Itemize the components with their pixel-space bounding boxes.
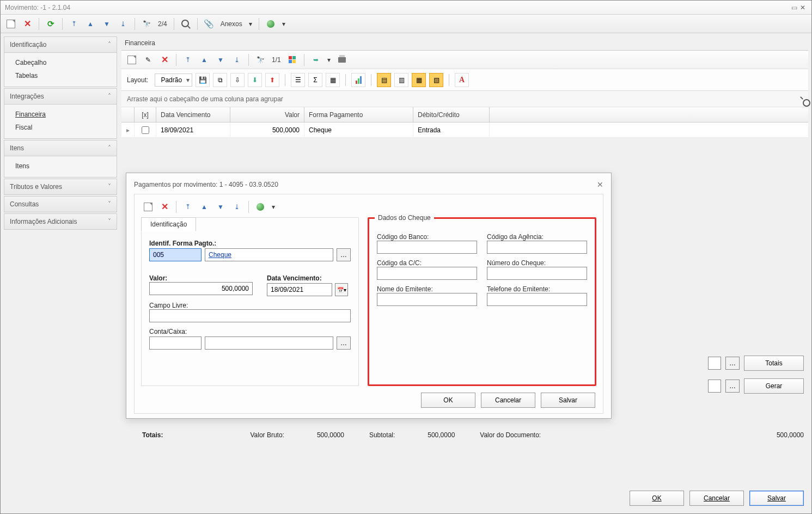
- attachments-label[interactable]: Anexos: [218, 20, 245, 28]
- view-mode-2-button[interactable]: ▥: [394, 73, 408, 87]
- zoom-button[interactable]: [179, 17, 193, 31]
- behind-ellipsis-2[interactable]: …: [725, 380, 740, 393]
- layout-group-button[interactable]: ▦: [326, 73, 340, 87]
- globe-dropdown-icon[interactable]: ▾: [280, 20, 288, 28]
- dlg-last-button[interactable]: ⤓: [230, 200, 244, 214]
- accordion-tributos[interactable]: Tributos e Valores˅: [4, 179, 117, 195]
- nav-next-button[interactable]: ▼: [100, 17, 114, 31]
- sub-edit-button[interactable]: ✎: [141, 53, 155, 67]
- attach-button[interactable]: 📎: [202, 17, 216, 31]
- attachments-dropdown-icon[interactable]: ▾: [247, 20, 254, 28]
- behind-field-1[interactable]: [708, 357, 721, 370]
- sub-find-button[interactable]: 🔭: [253, 53, 267, 67]
- codcc-input[interactable]: [377, 267, 477, 280]
- contacaixa-code-input[interactable]: [149, 336, 202, 350]
- dlg-new-button[interactable]: [141, 200, 155, 214]
- layout-dropdown[interactable]: Padrão: [155, 74, 192, 87]
- sub-export-button[interactable]: ➥: [309, 53, 323, 67]
- layout-export-up-button[interactable]: ⬆: [265, 73, 279, 87]
- refresh-button[interactable]: ⟳: [44, 17, 58, 31]
- nav-last-button[interactable]: ⤓: [116, 17, 130, 31]
- view-mode-4-button[interactable]: ▧: [429, 73, 443, 87]
- view-mode-1-button[interactable]: ▤: [377, 73, 391, 87]
- dialog-ok-button[interactable]: OK: [421, 393, 475, 408]
- ident-code-input[interactable]: [149, 248, 202, 261]
- sidebar-item-itens[interactable]: Itens: [4, 160, 117, 173]
- col-data-vencimento[interactable]: Data Vencimento: [156, 107, 230, 122]
- sub-grid-button[interactable]: [285, 53, 300, 67]
- accordion-info-adicionais[interactable]: Informações Adicionais˅: [4, 213, 117, 230]
- tab-identificacao[interactable]: Identificação: [141, 217, 196, 231]
- dlg-next-button[interactable]: ▼: [213, 200, 228, 214]
- behind-ellipsis-1[interactable]: …: [725, 357, 740, 370]
- campolivre-input[interactable]: [149, 309, 351, 322]
- sub-export-dd-icon[interactable]: ▾: [325, 56, 333, 64]
- contacaixa-desc-input[interactable]: [205, 336, 333, 350]
- layout-chart-button[interactable]: [351, 73, 365, 87]
- layout-import-button[interactable]: ⇩: [230, 73, 245, 87]
- find-button[interactable]: 🔭: [139, 17, 154, 31]
- dlg-delete-button[interactable]: ✕: [157, 200, 172, 214]
- ident-link-input[interactable]: [205, 248, 333, 261]
- col-checkbox[interactable]: [x]: [135, 107, 156, 122]
- layout-export-down-button[interactable]: ⬇: [248, 73, 262, 87]
- valor-input[interactable]: [149, 282, 253, 295]
- sub-new-button[interactable]: [125, 53, 139, 67]
- codagencia-input[interactable]: [487, 241, 587, 254]
- bottom-ok-button[interactable]: OK: [630, 491, 684, 506]
- layout-sum-button[interactable]: Σ: [308, 73, 322, 87]
- group-by-bar[interactable]: Arraste aqui o cabeçalho de uma coluna p…: [121, 91, 808, 107]
- nav-prev-button[interactable]: ▲: [83, 17, 97, 31]
- dlg-first-button[interactable]: ⤒: [181, 200, 195, 214]
- bottom-save-button[interactable]: Salvar: [749, 491, 804, 506]
- sub-next-button[interactable]: ▼: [213, 53, 228, 67]
- dataven-input[interactable]: [267, 283, 332, 296]
- window-close-icon[interactable]: ✕: [798, 4, 807, 11]
- dlg-prev-button[interactable]: ▲: [197, 200, 211, 214]
- sub-print-button[interactable]: [335, 53, 349, 67]
- accordion-consultas[interactable]: Consultas˅: [4, 196, 117, 212]
- ident-lookup-button[interactable]: …: [337, 248, 351, 261]
- bottom-cancel-button[interactable]: Cancelar: [689, 491, 744, 506]
- globe-button[interactable]: [264, 17, 278, 31]
- sidebar-item-tabelas[interactable]: Tabelas: [4, 69, 117, 82]
- row-checkbox[interactable]: [135, 123, 156, 137]
- sidebar-item-cabecalho[interactable]: Cabeçalho: [4, 56, 117, 69]
- font-button[interactable]: A: [455, 73, 469, 87]
- col-valor[interactable]: Valor: [230, 107, 304, 122]
- sub-delete-button[interactable]: ✕: [157, 53, 172, 67]
- window-restore-icon[interactable]: ▭: [790, 4, 798, 11]
- col-forma-pagamento[interactable]: Forma Pagamento: [304, 107, 413, 122]
- contacaixa-lookup-button[interactable]: …: [337, 336, 351, 350]
- numcheque-input[interactable]: [487, 267, 587, 280]
- layout-filter-button[interactable]: ☰: [291, 73, 305, 87]
- accordion-identificacao[interactable]: Identificação˄: [4, 36, 117, 53]
- sub-prev-button[interactable]: ▲: [197, 53, 211, 67]
- delete-button[interactable]: ✕: [20, 17, 34, 31]
- sidebar-item-financeira[interactable]: Financeira: [4, 108, 117, 121]
- sub-last-button[interactable]: ⤓: [230, 53, 244, 67]
- nav-first-button[interactable]: ⤒: [67, 17, 81, 31]
- layout-copy-button[interactable]: ⧉: [213, 73, 227, 87]
- dialog-cancel-button[interactable]: Cancelar: [481, 393, 535, 408]
- codbanco-input[interactable]: [377, 241, 477, 254]
- row-checkbox-input[interactable]: [142, 126, 149, 134]
- new-button[interactable]: [4, 17, 18, 31]
- layout-save-button[interactable]: 💾: [196, 73, 210, 87]
- totais-button[interactable]: Totais: [744, 356, 804, 371]
- nomeemit-input[interactable]: [377, 293, 477, 306]
- sub-first-button[interactable]: ⤒: [181, 53, 195, 67]
- sidebar-item-fiscal[interactable]: Fiscal: [4, 121, 117, 134]
- view-mode-3-button[interactable]: ▦: [412, 73, 426, 87]
- dialog-close-icon[interactable]: ✕: [597, 180, 603, 189]
- accordion-integracoes[interactable]: Integrações˄: [4, 88, 117, 105]
- table-row[interactable]: ▸ 18/09/2021 500,0000 Cheque Entrada: [121, 123, 808, 138]
- accordion-itens[interactable]: Itens˄: [4, 140, 117, 156]
- dlg-globe-button[interactable]: [253, 200, 267, 214]
- col-debito-credito[interactable]: Débito/Crédito: [413, 107, 490, 122]
- gerar-button[interactable]: Gerar: [744, 378, 804, 394]
- dialog-save-button[interactable]: Salvar: [541, 393, 595, 408]
- dlg-globe-dd-icon[interactable]: ▾: [270, 203, 277, 211]
- date-picker-button[interactable]: 📅▾: [335, 283, 348, 296]
- behind-field-2[interactable]: [708, 380, 721, 393]
